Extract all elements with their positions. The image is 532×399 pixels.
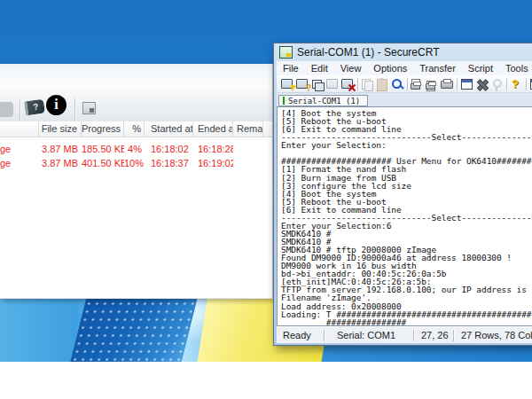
unlock-icon <box>489 77 505 91</box>
cell-started-at: 16:18:02 <box>145 142 193 156</box>
col-progress[interactable]: Progress <box>82 121 124 137</box>
toolbar-separator <box>74 98 75 121</box>
cell-file-size: 3.87 MB <box>39 156 82 170</box>
transfer-toolbar: ? i <box>0 65 272 122</box>
cell-name: ge <box>0 156 39 170</box>
col-file-size[interactable]: File size <box>39 121 82 137</box>
help-book-icon[interactable]: ? <box>24 99 45 116</box>
cell-ended-at: 16:19:02 <box>193 156 233 170</box>
menu-file[interactable]: File <box>277 62 305 75</box>
windows-flag-panel <box>68 297 199 362</box>
cell-progress: 185.50 KB <box>82 142 124 156</box>
print-icon[interactable] <box>440 77 455 91</box>
connect-in-tab-icon[interactable] <box>310 77 325 91</box>
connect-icon[interactable]: ? <box>295 77 310 91</box>
find-icon[interactable] <box>390 77 405 91</box>
toolbar: ? ? <box>277 75 532 93</box>
menu-transfer[interactable]: Transfer <box>413 62 462 75</box>
col-remaining[interactable]: Remai... <box>233 121 263 137</box>
bottom-white-strip <box>0 362 532 399</box>
window-title: Serial-COM1 (1) - SecureCRT <box>297 46 439 59</box>
transfer-table-header: File size Progress % Started at Ended at… <box>0 121 272 137</box>
help-icon[interactable]: ? <box>509 77 524 91</box>
securecrt-window: Serial-COM1 (1) - SecureCRT File Edit Vi… <box>273 43 532 346</box>
toolbar-separator <box>506 78 507 90</box>
clone-session-icon <box>325 77 340 91</box>
print-selection-icon[interactable] <box>425 77 440 91</box>
menu-script[interactable]: Script <box>462 62 499 75</box>
desktop: ? i File size Progress % Started at Ende… <box>0 0 532 399</box>
status-terminal-size: 27 Rows, 78 Cols <box>454 330 532 340</box>
menu-tools[interactable]: Tools <box>499 62 532 75</box>
session-tab-label: Serial-COM1 (1) <box>288 97 360 106</box>
terminal-area[interactable]: [4] Boot the system [5] Reboot the u-boo… <box>277 106 532 326</box>
about-info-icon[interactable]: i <box>46 95 66 115</box>
paste-icon <box>375 77 390 91</box>
cell-file-size: 3.87 MB <box>39 142 82 156</box>
col-started-at[interactable]: Started at <box>145 121 193 137</box>
toolbar-separator <box>457 78 458 90</box>
table-row[interactable]: ge 3.87 MB 185.50 KB 4% 16:18:02 16:18:2… <box>0 142 272 156</box>
menu-options[interactable]: Options <box>367 62 413 75</box>
session-tab[interactable]: Serial-COM1 (1) <box>278 95 368 106</box>
securecrt-app-icon <box>279 46 293 59</box>
quick-connect-icon[interactable] <box>280 77 295 91</box>
toolbar-separator <box>407 78 408 90</box>
cell-percent: 10% <box>124 156 145 170</box>
session-tab-bar: Serial-COM1 (1) <box>277 93 532 106</box>
terminal-text: [4] Boot the system [5] Reboot the u-boo… <box>278 107 532 326</box>
cell-progress: 401.50 KB <box>82 156 124 170</box>
session-properties-icon[interactable] <box>459 77 474 91</box>
col-percent[interactable]: % <box>124 121 145 137</box>
connected-indicator <box>283 97 285 105</box>
cell-remaining <box>233 142 263 156</box>
menu-bar: File Edit View Options Transfer Script T… <box>277 61 532 75</box>
cell-name: ge <box>0 142 39 156</box>
cell-remaining <box>233 156 263 170</box>
table-row[interactable]: ge 3.87 MB 401.50 KB 10% 16:18:37 16:19:… <box>0 156 272 170</box>
col-name[interactable] <box>0 121 39 137</box>
session-options-icon[interactable] <box>474 77 489 91</box>
disconnect-icon[interactable] <box>340 77 356 91</box>
menu-edit[interactable]: Edit <box>305 62 334 75</box>
cell-ended-at: 16:18:28 <box>193 142 233 156</box>
col-filler <box>263 121 272 137</box>
cell-started-at: 16:18:37 <box>145 156 193 170</box>
status-cursor-position: 27, 26 <box>414 330 453 340</box>
status-bar: Ready Serial: COM1 27, 26 27 Rows, 78 Co… <box>277 326 532 343</box>
cell-percent: 4% <box>124 142 145 156</box>
status-serial: Serial: COM1 <box>325 330 413 340</box>
title-bar[interactable]: Serial-COM1 (1) - SecureCRT <box>274 43 532 61</box>
menu-view[interactable]: View <box>334 62 368 75</box>
toolbar-separator <box>357 78 358 90</box>
status-ready: Ready <box>277 330 324 340</box>
log-viewer-icon[interactable] <box>82 102 96 114</box>
clipped-edge-icon[interactable] <box>528 77 532 91</box>
transfer-icon[interactable] <box>0 102 13 117</box>
toolbar-separator <box>20 98 20 121</box>
print-preview-icon[interactable] <box>410 77 425 91</box>
col-ended-at[interactable]: Ended at <box>193 121 233 137</box>
tftp-transfer-window: ? i File size Progress % Started at Ende… <box>0 64 273 299</box>
copy-icon <box>360 77 375 91</box>
toolbar-separator <box>526 78 527 90</box>
